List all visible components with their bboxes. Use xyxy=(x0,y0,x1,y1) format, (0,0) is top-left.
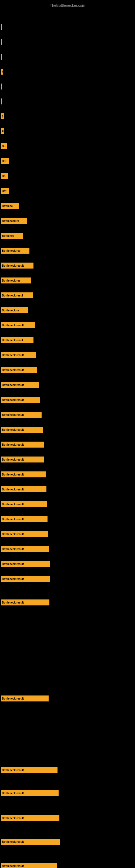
bar-item: Bot xyxy=(1,157,9,165)
bar-item xyxy=(1,98,2,105)
bar-fill: Bottleneck result xyxy=(1,367,37,373)
bar-item: Bottlenec xyxy=(1,232,23,240)
bar-fill: Bottleneck result xyxy=(1,471,46,477)
bar-fill: Bottleneck result xyxy=(1,457,44,463)
bar-item: Bottleneck result xyxy=(1,862,57,868)
bar-item: Bottleneck re xyxy=(1,217,27,225)
bar-fill: Bottleneck result xyxy=(1,599,49,606)
bar-item: Bottleneck result xyxy=(1,441,44,448)
bar-item: Bottleneck res xyxy=(1,277,31,284)
bar-fill: Bottleneck result xyxy=(1,546,49,552)
bar-fill: Bo xyxy=(1,143,7,149)
bar-fill: Bottleneck result xyxy=(1,516,48,522)
bar-fill: Bottleneck result xyxy=(1,501,47,507)
bar-fill: Bottleneck result xyxy=(1,322,35,328)
bar-item: Bottleneck result xyxy=(1,599,49,606)
bar-item xyxy=(1,83,2,90)
bar-item: Bottleneck result xyxy=(1,486,46,493)
bar-fill: Bottleneck result xyxy=(1,561,50,567)
bar-item: Bottleneck result xyxy=(1,789,58,797)
bar-item xyxy=(1,53,2,61)
bar-fill: Bottleneck res xyxy=(1,248,30,254)
bar-item: Bottleneck resul xyxy=(1,336,34,344)
bar-item: h xyxy=(1,68,3,75)
bar-fill: Bottleneck result xyxy=(1,815,59,821)
bar-item: Bottleneck resul xyxy=(1,291,33,299)
bar-fill: Bottleneck res xyxy=(1,278,31,283)
bar-fill: Bot xyxy=(1,158,9,164)
bar-item: E xyxy=(1,127,4,135)
bar-item: Bottleneck result xyxy=(1,351,36,359)
bar-item: Bottleneck re xyxy=(1,307,28,314)
bar-item: Bottleneck result xyxy=(1,814,59,822)
bar-item: Bottleneck result xyxy=(1,575,50,583)
bar-fill: h xyxy=(1,69,3,74)
bar-fill: Bottleneck result xyxy=(1,695,49,702)
bar-item: Bottleneck result xyxy=(1,695,49,702)
bar-item: 6 xyxy=(1,113,4,120)
bar-fill: Bottleneck result xyxy=(1,382,39,388)
bar-fill: Bottleneck result xyxy=(1,767,57,773)
bar-item: Bottleneck res xyxy=(1,247,30,254)
bar-item: Bottleneck result xyxy=(1,516,48,523)
bar-item: Bottleneck result xyxy=(1,766,57,774)
bar-fill xyxy=(1,84,2,90)
bar-fill: Bottleneck re xyxy=(1,307,28,313)
bar-fill: Bottleneck result xyxy=(1,397,40,403)
bar-item: Bottleneck result xyxy=(1,321,35,329)
bar-fill xyxy=(1,54,2,60)
bar-fill: Bottleneck result xyxy=(1,262,34,269)
bar-item: Bottleneck result xyxy=(1,456,44,463)
bar-fill xyxy=(1,39,2,45)
bar-item: Bottleneck result xyxy=(1,530,48,538)
bar-item: Bottleneck result xyxy=(1,545,49,553)
bar-fill: Bo xyxy=(1,173,8,179)
bar-fill: Bottleneck result xyxy=(1,863,57,868)
bar-fill: Bottlene xyxy=(1,203,18,209)
bar-fill: Bottlenec xyxy=(1,233,23,239)
bar-fill: Bottleneck result xyxy=(1,412,42,418)
bar-item: Bottleneck result xyxy=(1,262,34,269)
bar-item: Bo xyxy=(1,172,8,180)
bar-fill: E xyxy=(1,128,4,134)
bar-item xyxy=(1,23,2,31)
bar-fill: Bottleneck resul xyxy=(1,292,33,299)
bar-item: Bottleneck result xyxy=(1,411,42,418)
bar-fill: 6 xyxy=(1,113,4,119)
bar-fill: Bottleneck result xyxy=(1,442,44,447)
bar-item: Bottleneck result xyxy=(1,396,40,404)
bar-item: Bottlene xyxy=(1,202,18,210)
bar-fill: Bottleneck result xyxy=(1,427,43,433)
bar-fill: Bottleneck resul xyxy=(1,337,34,343)
bar-fill: Bottleneck result xyxy=(1,486,46,492)
bar-item: Bottleneck result xyxy=(1,838,60,845)
bar-item: Bottleneck result xyxy=(1,366,37,374)
bar-fill: Bottleneck re xyxy=(1,218,27,224)
bar-fill: Bottleneck result xyxy=(1,352,36,358)
bar-item: Bottleneck result xyxy=(1,426,43,433)
bar-item xyxy=(1,38,2,45)
bar-fill: Bottleneck result xyxy=(1,839,60,845)
bar-item: Bottleneck result xyxy=(1,381,39,389)
bar-fill xyxy=(1,24,2,30)
bar-item: Bo xyxy=(1,143,7,150)
bar-fill: Bot xyxy=(1,188,9,194)
bar-item: Bottleneck result xyxy=(1,500,47,508)
bar-item: Bot xyxy=(1,187,9,195)
bar-fill xyxy=(1,98,2,104)
bar-item: Bottleneck result xyxy=(1,471,46,478)
bar-fill: Bottleneck result xyxy=(1,790,58,796)
bar-fill: Bottleneck result xyxy=(1,576,50,582)
bar-item: Bottleneck result xyxy=(1,560,50,568)
bar-fill: Bottleneck result xyxy=(1,531,48,537)
